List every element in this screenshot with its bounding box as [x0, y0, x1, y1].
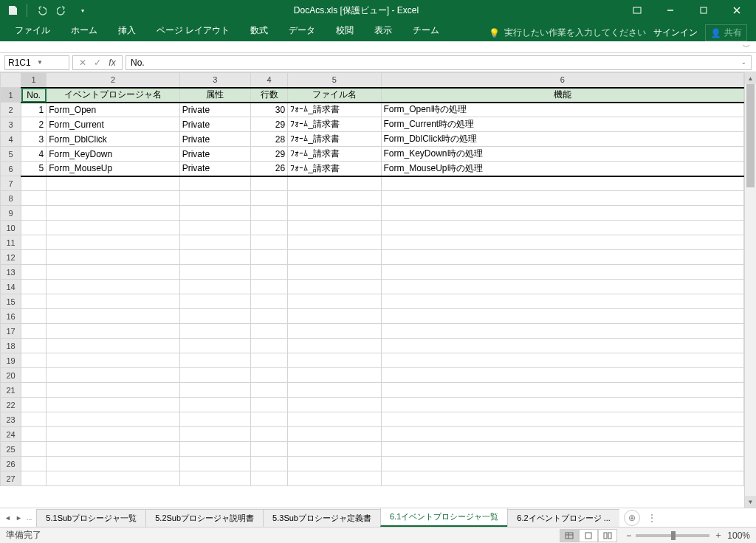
qat-customize-button[interactable]: ▾ [73, 2, 92, 18]
cell[interactable] [250, 442, 287, 457]
row-header[interactable]: 17 [1, 324, 21, 339]
cell[interactable]: 4 [21, 147, 47, 162]
cell[interactable] [21, 191, 47, 206]
sheet-nav-next-icon[interactable]: ► [16, 514, 22, 522]
cell[interactable]: 5 [21, 162, 47, 176]
cell[interactable]: ﾌｫｰﾑ_請求書 [288, 132, 381, 147]
cell[interactable] [250, 191, 287, 206]
cell[interactable] [21, 206, 47, 221]
row-header[interactable]: 1 [1, 88, 21, 103]
cell[interactable] [47, 353, 180, 368]
cell[interactable] [381, 427, 744, 442]
cell[interactable] [381, 235, 744, 250]
cell[interactable] [288, 442, 381, 457]
cell[interactable] [381, 368, 744, 383]
page-break-view-button[interactable] [598, 529, 617, 542]
cell[interactable] [250, 206, 287, 221]
row-header[interactable]: 5 [1, 147, 21, 162]
cell[interactable] [179, 206, 250, 221]
cell[interactable] [381, 265, 744, 280]
cell[interactable] [250, 280, 287, 294]
cell[interactable] [288, 368, 381, 383]
row-header[interactable]: 27 [1, 471, 21, 486]
cell[interactable] [47, 191, 180, 206]
cell[interactable]: ﾌｫｰﾑ_請求書 [288, 103, 381, 117]
normal-view-button[interactable] [560, 529, 579, 542]
sheet-tab[interactable]: 5.1Subプロシージャ一覧 [36, 509, 146, 527]
cell[interactable]: 1 [21, 103, 47, 117]
cell[interactable]: Form_Open時の処理 [381, 103, 744, 117]
table-header-cell[interactable]: No. [21, 88, 47, 103]
cell[interactable] [381, 206, 744, 221]
cell[interactable] [21, 412, 47, 427]
row-header[interactable]: 8 [1, 191, 21, 206]
cell[interactable] [250, 309, 287, 324]
row-header[interactable]: 7 [1, 176, 21, 191]
formula-input[interactable]: No. ⌄ [126, 55, 752, 70]
undo-button[interactable] [32, 2, 51, 18]
cell[interactable] [250, 221, 287, 235]
cell[interactable] [179, 442, 250, 457]
table-header-cell[interactable]: ファイル名 [288, 88, 381, 103]
cell[interactable]: Private [179, 147, 250, 162]
tab-file[interactable]: ファイル [4, 20, 61, 41]
signin-link[interactable]: サインイン [653, 27, 698, 39]
cell[interactable] [179, 265, 250, 280]
cancel-formula-button[interactable]: ✕ [76, 58, 89, 68]
cell[interactable] [21, 235, 47, 250]
maximize-button[interactable] [687, 0, 720, 21]
row-header[interactable]: 6 [1, 162, 21, 176]
row-header[interactable]: 21 [1, 383, 21, 398]
cell[interactable] [288, 324, 381, 339]
row-header[interactable]: 18 [1, 339, 21, 353]
col-header[interactable]: 6 [381, 73, 744, 88]
cell[interactable]: 29 [250, 147, 287, 162]
cell[interactable]: Form_Current時の処理 [381, 117, 744, 132]
tab-review[interactable]: 校閲 [326, 20, 364, 41]
enter-formula-button[interactable]: ✓ [91, 58, 104, 68]
cell[interactable] [21, 353, 47, 368]
worksheet-grid[interactable]: 1234561No.イベントプロシージャ名属性行数ファイル名機能21Form_O… [0, 72, 756, 508]
cell[interactable] [21, 221, 47, 235]
table-header-cell[interactable]: イベントプロシージャ名 [47, 88, 180, 103]
cell[interactable]: Form_MouseUp時の処理 [381, 162, 744, 176]
close-button[interactable] [720, 0, 753, 21]
cell[interactable] [250, 250, 287, 265]
cell[interactable] [288, 191, 381, 206]
sheet-nav-prev-icon[interactable]: ◄ [4, 514, 11, 522]
vertical-scrollbar[interactable]: ▲ ▼ [744, 72, 756, 508]
cell[interactable]: Private [179, 162, 250, 176]
cell[interactable]: ﾌｫｰﾑ_請求書 [288, 162, 381, 176]
cell[interactable] [381, 383, 744, 398]
cell[interactable] [21, 250, 47, 265]
cell[interactable] [381, 457, 744, 471]
tab-insert[interactable]: 挿入 [108, 20, 146, 41]
cell[interactable]: 29 [250, 117, 287, 132]
zoom-out-button[interactable]: − [626, 530, 631, 541]
share-button[interactable]: 👤 共有 [705, 24, 747, 41]
cell[interactable] [47, 280, 180, 294]
col-header[interactable]: 2 [47, 73, 180, 88]
row-header[interactable]: 26 [1, 457, 21, 471]
cell[interactable] [250, 176, 287, 191]
cell[interactable] [179, 250, 250, 265]
cell[interactable] [47, 265, 180, 280]
row-header[interactable]: 4 [1, 132, 21, 147]
cell[interactable] [381, 221, 744, 235]
cell[interactable] [179, 353, 250, 368]
cell[interactable] [288, 176, 381, 191]
tab-data[interactable]: データ [278, 20, 326, 41]
scroll-thumb[interactable] [746, 84, 755, 187]
save-button[interactable] [3, 2, 22, 18]
cell[interactable] [250, 412, 287, 427]
col-header[interactable]: 4 [250, 73, 287, 88]
cell[interactable] [21, 294, 47, 309]
cell[interactable] [179, 339, 250, 353]
zoom-in-button[interactable]: ＋ [714, 529, 723, 542]
cell[interactable] [288, 353, 381, 368]
tab-team[interactable]: チーム [402, 20, 450, 41]
cell[interactable] [288, 383, 381, 398]
ribbon-expand-button[interactable]: ﹀ [743, 42, 750, 52]
cell[interactable]: Private [179, 117, 250, 132]
cell[interactable] [288, 265, 381, 280]
